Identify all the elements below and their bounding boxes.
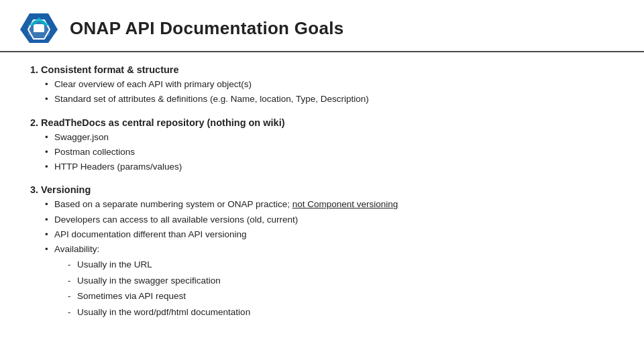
list-item: Based on a separate numbering system or … xyxy=(45,198,610,211)
main-content: 1. Consistent format & structure Clear o… xyxy=(0,64,644,320)
sub-list-item: Usually in the URL xyxy=(68,257,610,272)
list-item: Swagger.json xyxy=(45,131,610,144)
availability-sub-list: Usually in the URL Usually in the swagge… xyxy=(54,257,610,319)
sub-list-item: Usually in the word/pdf/html documentati… xyxy=(68,305,610,320)
section-2-title: 2. ReadTheDocs as central repository (no… xyxy=(30,117,610,128)
sub-list-item: Usually in the swagger specification xyxy=(68,274,610,288)
section-3-title: 3. Versioning xyxy=(30,184,610,195)
list-item: Postman collections xyxy=(45,145,610,159)
onap-logo xyxy=(20,12,58,44)
section-1-bullets: Clear overview of each API with primary … xyxy=(30,78,610,107)
page-title: ONAP API Documentation Goals xyxy=(70,18,344,39)
list-item: HTTP Headers (params/values) xyxy=(45,160,610,174)
page-header: ONAP API Documentation Goals xyxy=(0,0,644,52)
section-1: 1. Consistent format & structure Clear o… xyxy=(30,64,610,107)
availability-label: Availability: xyxy=(54,244,99,254)
list-item: Clear overview of each API with primary … xyxy=(45,78,610,91)
section-3: 3. Versioning Based on a separate number… xyxy=(30,184,610,319)
list-item: Developers can access to all available v… xyxy=(45,213,610,227)
list-item: API documentation different than API ver… xyxy=(45,228,610,241)
list-item: Availability: Usually in the URL Usually… xyxy=(45,243,610,320)
versioning-underline: not Component versioning xyxy=(292,199,398,209)
versioning-text-part1: Based on a separate numbering system or … xyxy=(54,199,292,209)
svg-rect-3 xyxy=(34,24,44,32)
section-2-bullets: Swagger.json Postman collections HTTP He… xyxy=(30,131,610,174)
section-1-title: 1. Consistent format & structure xyxy=(30,64,610,75)
list-item: Standard set of attributes & definitions… xyxy=(45,93,610,106)
section-2: 2. ReadTheDocs as central repository (no… xyxy=(30,117,610,174)
sub-list-item: Sometimes via API request xyxy=(68,289,610,304)
section-3-bullets: Based on a separate numbering system or … xyxy=(30,198,610,319)
